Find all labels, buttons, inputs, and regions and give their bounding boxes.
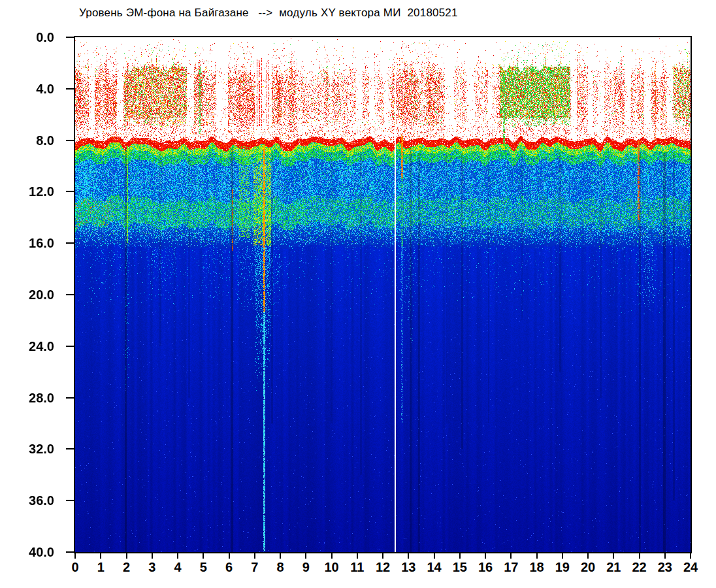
y-axis-tick [66,140,74,141]
x-axis-tick-label: 4 [163,560,192,574]
x-axis-tick [203,553,204,559]
y-axis-tick-label: 4.0 [8,81,54,97]
spectrogram-canvas [75,37,691,552]
x-axis-tick [485,553,486,559]
plot-frame [74,36,692,553]
x-axis-tick [357,553,358,559]
x-axis-tick [100,553,101,559]
x-axis-tick [254,553,255,559]
x-axis-tick-label: 15 [446,560,474,574]
x-axis-tick [408,553,409,559]
x-axis-tick [74,553,76,559]
x-axis-tick-label: 13 [394,560,423,574]
x-axis-tick-label: 5 [189,560,218,574]
x-axis-tick [536,553,538,559]
x-axis-tick-label: 9 [291,560,320,574]
y-axis-tick-label: 24.0 [8,338,54,354]
x-axis-tick-label: 12 [368,560,397,574]
y-axis-tick [66,551,74,553]
x-axis-tick-label: 0 [61,560,90,574]
x-axis-tick [305,553,306,559]
y-axis-tick [66,397,74,399]
x-axis-tick-label: 10 [317,560,346,574]
x-axis-tick-label: 21 [599,560,628,574]
y-axis-tick-label: 20.0 [8,287,54,302]
spectrogram-chart-window: Уровень ЭМ-фона на Байгазане --> модуль … [0,0,716,588]
x-axis-tick [690,553,691,559]
x-axis-tick-label: 18 [523,560,551,574]
x-axis-tick-label: 17 [496,560,525,574]
y-axis-tick-label: 0.0 [8,29,54,45]
x-axis-tick [280,553,281,559]
x-axis-tick [229,553,230,559]
y-axis-tick [66,500,74,501]
y-axis-tick-label: 12.0 [8,184,54,199]
x-axis-tick [562,553,563,559]
x-axis-tick-label: 14 [420,560,449,574]
x-axis-tick-label: 6 [215,560,244,574]
x-axis-tick [639,553,640,559]
x-axis-tick [434,553,435,559]
x-axis-tick-label: 24 [676,560,705,574]
x-axis-tick [152,553,153,559]
x-axis-tick-label: 11 [343,560,372,574]
y-axis-tick [66,37,74,38]
x-axis-tick [459,553,461,559]
y-axis-tick-label: 40.0 [8,544,54,560]
y-axis-tick [66,448,74,449]
x-axis-tick [177,553,178,559]
y-axis-tick [66,346,74,347]
x-axis-tick-label: 1 [86,560,115,574]
x-axis-tick [510,553,512,559]
x-axis-tick [613,553,614,559]
y-axis-tick [66,294,74,295]
y-axis-tick-label: 8.0 [8,133,54,148]
y-axis-tick [66,191,74,192]
x-axis-tick [331,553,333,559]
x-axis-tick [664,553,666,559]
x-axis-tick-label: 23 [651,560,679,574]
x-axis-tick-label: 19 [548,560,577,574]
y-axis-tick [66,88,74,90]
x-axis-tick [587,553,589,559]
chart-title: Уровень ЭМ-фона на Байгазане --> модуль … [79,7,458,20]
y-axis-tick [66,242,74,244]
x-axis-tick-label: 7 [240,560,269,574]
x-axis-tick [382,553,383,559]
y-axis-tick-label: 36.0 [8,493,54,508]
x-axis-tick-label: 2 [112,560,141,574]
y-axis-tick-label: 32.0 [8,441,54,457]
x-axis-tick-label: 22 [625,560,654,574]
x-axis-tick [126,553,127,559]
y-axis-tick-label: 16.0 [8,235,54,251]
x-axis-tick-label: 20 [574,560,602,574]
x-axis-tick-label: 16 [471,560,500,574]
y-axis-tick-label: 28.0 [8,390,54,406]
x-axis-tick-label: 8 [266,560,295,574]
x-axis-tick-label: 3 [138,560,167,574]
